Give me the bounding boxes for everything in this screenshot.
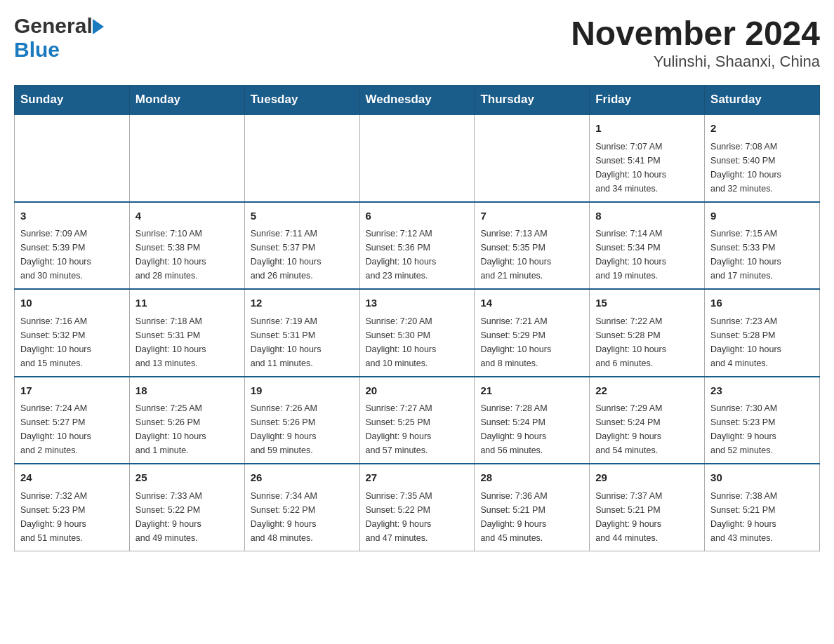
calendar-title: November 2024 — [571, 14, 820, 53]
calendar-day-cell: 3Sunrise: 7:09 AM Sunset: 5:39 PM Daylig… — [15, 202, 130, 290]
day-number: 5 — [251, 208, 354, 224]
calendar-day-cell — [475, 114, 590, 202]
title-block: November 2024 Yulinshi, Shaanxi, China — [571, 14, 820, 71]
day-info: Sunrise: 7:34 AM Sunset: 5:22 PM Dayligh… — [251, 489, 354, 545]
calendar-day-cell: 6Sunrise: 7:12 AM Sunset: 5:36 PM Daylig… — [359, 202, 475, 290]
day-number: 2 — [710, 121, 814, 137]
calendar-day-cell: 27Sunrise: 7:35 AM Sunset: 5:22 PM Dayli… — [359, 464, 475, 551]
day-number: 3 — [20, 208, 124, 224]
day-info: Sunrise: 7:38 AM Sunset: 5:21 PM Dayligh… — [710, 489, 814, 545]
calendar-day-cell: 19Sunrise: 7:26 AM Sunset: 5:26 PM Dayli… — [244, 377, 359, 464]
day-number: 22 — [595, 383, 699, 399]
logo-arrow-icon — [93, 19, 104, 34]
calendar-week-row: 1Sunrise: 7:07 AM Sunset: 5:41 PM Daylig… — [15, 114, 820, 202]
day-number: 29 — [595, 470, 699, 486]
day-number: 11 — [135, 295, 239, 311]
calendar-week-row: 10Sunrise: 7:16 AM Sunset: 5:32 PM Dayli… — [15, 289, 820, 377]
weekday-header-saturday: Saturday — [705, 86, 820, 115]
day-number: 28 — [480, 470, 583, 486]
calendar-day-cell: 9Sunrise: 7:15 AM Sunset: 5:33 PM Daylig… — [705, 202, 820, 290]
day-info: Sunrise: 7:35 AM Sunset: 5:22 PM Dayligh… — [366, 489, 469, 545]
day-info: Sunrise: 7:14 AM Sunset: 5:34 PM Dayligh… — [595, 227, 699, 283]
calendar-day-cell: 22Sunrise: 7:29 AM Sunset: 5:24 PM Dayli… — [590, 377, 705, 464]
calendar-week-row: 3Sunrise: 7:09 AM Sunset: 5:39 PM Daylig… — [15, 202, 820, 290]
calendar-day-cell: 24Sunrise: 7:32 AM Sunset: 5:23 PM Dayli… — [15, 464, 130, 551]
day-number: 6 — [366, 208, 469, 224]
calendar-day-cell — [359, 114, 475, 202]
calendar-day-cell: 8Sunrise: 7:14 AM Sunset: 5:34 PM Daylig… — [590, 202, 705, 290]
weekday-header-monday: Monday — [129, 86, 244, 115]
day-number: 7 — [480, 208, 583, 224]
day-info: Sunrise: 7:37 AM Sunset: 5:21 PM Dayligh… — [595, 489, 699, 545]
calendar-day-cell: 1Sunrise: 7:07 AM Sunset: 5:41 PM Daylig… — [590, 114, 705, 202]
day-number: 20 — [366, 383, 469, 399]
day-number: 19 — [251, 383, 354, 399]
day-info: Sunrise: 7:13 AM Sunset: 5:35 PM Dayligh… — [480, 227, 583, 283]
day-number: 10 — [20, 295, 124, 311]
calendar-day-cell: 15Sunrise: 7:22 AM Sunset: 5:28 PM Dayli… — [590, 289, 705, 377]
day-info: Sunrise: 7:19 AM Sunset: 5:31 PM Dayligh… — [251, 314, 354, 370]
calendar-day-cell: 17Sunrise: 7:24 AM Sunset: 5:27 PM Dayli… — [15, 377, 130, 464]
calendar-subtitle: Yulinshi, Shaanxi, China — [571, 53, 820, 71]
day-info: Sunrise: 7:36 AM Sunset: 5:21 PM Dayligh… — [480, 489, 583, 545]
day-number: 27 — [366, 470, 469, 486]
weekday-header-wednesday: Wednesday — [359, 86, 475, 115]
calendar-day-cell: 11Sunrise: 7:18 AM Sunset: 5:31 PM Dayli… — [129, 289, 244, 377]
day-info: Sunrise: 7:23 AM Sunset: 5:28 PM Dayligh… — [710, 314, 814, 370]
logo-general: General — [14, 14, 93, 38]
day-info: Sunrise: 7:07 AM Sunset: 5:41 PM Dayligh… — [595, 140, 699, 196]
day-info: Sunrise: 7:09 AM Sunset: 5:39 PM Dayligh… — [20, 227, 124, 283]
day-number: 30 — [710, 470, 814, 486]
day-number: 26 — [251, 470, 354, 486]
day-info: Sunrise: 7:08 AM Sunset: 5:40 PM Dayligh… — [710, 140, 814, 196]
calendar-day-cell: 30Sunrise: 7:38 AM Sunset: 5:21 PM Dayli… — [705, 464, 820, 551]
calendar-day-cell: 28Sunrise: 7:36 AM Sunset: 5:21 PM Dayli… — [475, 464, 590, 551]
day-number: 16 — [710, 295, 814, 311]
calendar-day-cell: 12Sunrise: 7:19 AM Sunset: 5:31 PM Dayli… — [244, 289, 359, 377]
day-number: 13 — [366, 295, 469, 311]
day-number: 23 — [710, 383, 814, 399]
day-info: Sunrise: 7:32 AM Sunset: 5:23 PM Dayligh… — [20, 489, 124, 545]
day-number: 8 — [595, 208, 699, 224]
calendar-week-row: 17Sunrise: 7:24 AM Sunset: 5:27 PM Dayli… — [15, 377, 820, 464]
calendar-table: SundayMondayTuesdayWednesdayThursdayFrid… — [14, 85, 820, 551]
calendar-day-cell: 26Sunrise: 7:34 AM Sunset: 5:22 PM Dayli… — [244, 464, 359, 551]
weekday-header-sunday: Sunday — [15, 86, 130, 115]
day-number: 18 — [135, 383, 239, 399]
calendar-day-cell — [244, 114, 359, 202]
day-info: Sunrise: 7:12 AM Sunset: 5:36 PM Dayligh… — [366, 227, 469, 283]
logo: General Blue — [14, 14, 104, 62]
day-number: 9 — [710, 208, 814, 224]
calendar-day-cell — [129, 114, 244, 202]
day-number: 24 — [20, 470, 124, 486]
day-info: Sunrise: 7:10 AM Sunset: 5:38 PM Dayligh… — [135, 227, 239, 283]
day-info: Sunrise: 7:18 AM Sunset: 5:31 PM Dayligh… — [135, 314, 239, 370]
calendar-day-cell: 14Sunrise: 7:21 AM Sunset: 5:29 PM Dayli… — [475, 289, 590, 377]
day-info: Sunrise: 7:26 AM Sunset: 5:26 PM Dayligh… — [251, 401, 354, 457]
day-number: 15 — [595, 295, 699, 311]
calendar-day-cell: 2Sunrise: 7:08 AM Sunset: 5:40 PM Daylig… — [705, 114, 820, 202]
weekday-header-thursday: Thursday — [475, 86, 590, 115]
day-info: Sunrise: 7:30 AM Sunset: 5:23 PM Dayligh… — [710, 401, 814, 457]
calendar-day-cell: 5Sunrise: 7:11 AM Sunset: 5:37 PM Daylig… — [244, 202, 359, 290]
day-info: Sunrise: 7:15 AM Sunset: 5:33 PM Dayligh… — [710, 227, 814, 283]
calendar-day-cell: 4Sunrise: 7:10 AM Sunset: 5:38 PM Daylig… — [129, 202, 244, 290]
day-info: Sunrise: 7:28 AM Sunset: 5:24 PM Dayligh… — [480, 401, 583, 457]
calendar-day-cell: 16Sunrise: 7:23 AM Sunset: 5:28 PM Dayli… — [705, 289, 820, 377]
day-number: 25 — [135, 470, 239, 486]
calendar-day-cell: 23Sunrise: 7:30 AM Sunset: 5:23 PM Dayli… — [705, 377, 820, 464]
day-info: Sunrise: 7:11 AM Sunset: 5:37 PM Dayligh… — [251, 227, 354, 283]
calendar-day-cell: 20Sunrise: 7:27 AM Sunset: 5:25 PM Dayli… — [359, 377, 475, 464]
calendar-week-row: 24Sunrise: 7:32 AM Sunset: 5:23 PM Dayli… — [15, 464, 820, 551]
day-info: Sunrise: 7:25 AM Sunset: 5:26 PM Dayligh… — [135, 401, 239, 457]
weekday-header-tuesday: Tuesday — [244, 86, 359, 115]
calendar-day-cell: 10Sunrise: 7:16 AM Sunset: 5:32 PM Dayli… — [15, 289, 130, 377]
day-info: Sunrise: 7:27 AM Sunset: 5:25 PM Dayligh… — [366, 401, 469, 457]
day-number: 17 — [20, 383, 124, 399]
day-number: 4 — [135, 208, 239, 224]
weekday-header-friday: Friday — [590, 86, 705, 115]
day-info: Sunrise: 7:29 AM Sunset: 5:24 PM Dayligh… — [595, 401, 699, 457]
day-number: 12 — [251, 295, 354, 311]
day-info: Sunrise: 7:16 AM Sunset: 5:32 PM Dayligh… — [20, 314, 124, 370]
logo-blue: Blue — [14, 38, 60, 61]
